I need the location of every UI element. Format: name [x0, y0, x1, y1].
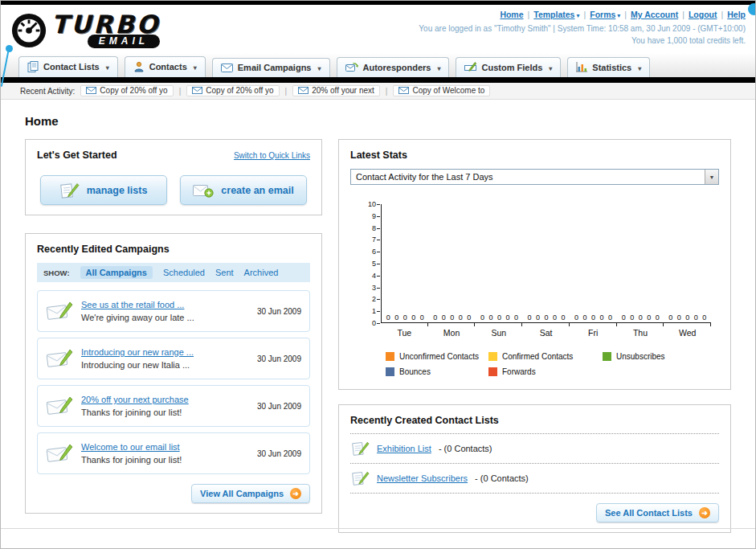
recent-activity-text: 20% off your next: [312, 86, 374, 95]
latest-stats-panel: Latest Stats Contact Activity for the La…: [338, 139, 731, 390]
legend-item: Confirmed Contacts: [488, 352, 603, 361]
recent-campaigns-panel: Recently Edited Campaigns SHOW: All Camp…: [25, 233, 322, 514]
tab-contacts[interactable]: Contacts: [125, 56, 206, 77]
y-axis-tick-label: 10: [363, 201, 381, 207]
campaign-title-link[interactable]: See us at the retail food ...: [81, 300, 249, 309]
logo-text-turbo: TURBO: [51, 13, 160, 36]
envelope-plus-icon: [193, 182, 214, 199]
contact-list-item: Newsletter Subscribers - (0 Contacts): [350, 464, 719, 494]
campaign-title-link[interactable]: Introducing our new range ...: [81, 347, 249, 357]
campaigns-title: Recently Edited Campaigns: [37, 244, 310, 255]
contact-activity-chart: 109876543210 0 0 0 0 00 0 0 0 00 0 0 0 0…: [350, 201, 719, 338]
nav-link-templates[interactable]: Templates: [533, 10, 574, 19]
campaign-subtitle: Introducing our new Italia ...: [81, 360, 249, 370]
chart-values-group: 0 0 0 0 0: [476, 313, 523, 322]
logo-text: TURBO EMAIL: [51, 13, 160, 47]
button-label: View All Campaigns: [200, 489, 284, 498]
envelope-icon: [298, 87, 309, 94]
campaign-filter-bar: SHOW: All Campaigns Scheduled Sent Archi…: [37, 263, 310, 282]
main-nav-tabs: Contact Lists Contacts Email Campaigns A…: [1, 53, 755, 77]
nav-link-forms[interactable]: Forms: [590, 10, 615, 19]
chart-values-group: 0 0 0 0 0: [570, 313, 617, 322]
campaign-title-link[interactable]: 20% off your next purchase: [81, 395, 249, 404]
view-all-campaigns-button[interactable]: View All Campaigns: [191, 484, 310, 503]
chart-values-group: 0 0 0 0 0: [664, 313, 711, 322]
legend-item: Unsubscribes: [603, 352, 719, 361]
nav-link-help[interactable]: Help: [727, 10, 746, 19]
nav-item-forms: Forms: [590, 10, 631, 19]
arrow-right-icon: [290, 488, 301, 499]
recent-activity-item[interactable]: Copy of 20% off yo: [186, 85, 279, 96]
y-axis-tick-label: 8: [363, 225, 381, 231]
arrow-right-icon: [699, 507, 710, 518]
envelope-icon: [86, 87, 96, 94]
chart-plot-area: 0 0 0 0 00 0 0 0 00 0 0 0 00 0 0 0 00 0 …: [381, 204, 711, 338]
contact-list-count: - (0 Contacts): [439, 444, 492, 453]
separator: [179, 87, 182, 96]
y-axis-tick-label: 7: [363, 236, 381, 243]
campaign-subtitle: Thanks for joining our list!: [81, 455, 249, 465]
legend-item: Bounces: [386, 367, 488, 376]
session-info: You are logged in as "Timothy Smith" | S…: [419, 23, 746, 35]
button-label: manage lists: [87, 185, 148, 196]
tab-label: Autoresponders: [363, 63, 431, 72]
x-axis-label: Tue: [381, 328, 428, 338]
filter-scheduled[interactable]: Scheduled: [163, 268, 205, 277]
nav-link-logout[interactable]: Logout: [689, 10, 717, 19]
recent-activity-item[interactable]: Copy of 20% off yo: [80, 85, 173, 96]
tab-email-campaigns[interactable]: Email Campaigns: [212, 58, 330, 77]
chevron-down-icon: [574, 10, 579, 19]
left-column: Let's Get Started Switch to Quick Links …: [25, 139, 322, 514]
tab-statistics[interactable]: Statistics: [567, 57, 650, 77]
recent-activity-text: Copy of 20% off yo: [100, 86, 167, 95]
speedometer-icon: [10, 12, 47, 49]
manage-lists-button[interactable]: manage lists: [40, 175, 167, 205]
campaign-row[interactable]: Welcome to our email list Thanks for joi…: [37, 432, 310, 474]
filter-archived[interactable]: Archived: [244, 268, 279, 277]
campaign-title-link[interactable]: Welcome to our email list: [81, 442, 249, 452]
y-axis-tick-label: 1: [363, 308, 381, 314]
x-axis-label: Sun: [475, 328, 522, 338]
tab-label: Statistics: [592, 63, 631, 72]
chart-y-axis: 109876543210: [363, 201, 381, 326]
credits-info: You have 1,000 total credits left.: [419, 35, 746, 47]
chevron-down-icon: [104, 62, 109, 72]
chart-plot: 0 0 0 0 00 0 0 0 00 0 0 0 00 0 0 0 00 0 …: [381, 204, 711, 323]
contact-list-link[interactable]: Exhibition List: [377, 444, 431, 453]
header: TURBO EMAIL HomeTemplatesFormsMy Account…: [1, 5, 755, 53]
campaign-date: 30 Jun 2009: [257, 449, 301, 458]
tab-contact-lists[interactable]: Contact Lists: [18, 56, 118, 77]
tab-label: Custom Fields: [481, 63, 542, 72]
pencil-paper-icon: [352, 440, 370, 457]
y-axis-tick-label: 3: [363, 285, 381, 291]
dropdown-arrow-icon: [705, 170, 718, 184]
nav-item-home: Home: [500, 10, 533, 19]
person-icon: [133, 61, 145, 72]
tab-autoresponders[interactable]: Autoresponders: [337, 57, 450, 77]
tab-custom-fields[interactable]: Custom Fields: [456, 57, 561, 77]
get-started-panel: Let's Get Started Switch to Quick Links …: [25, 139, 322, 215]
header-right: HomeTemplatesFormsMy AccountLogoutHelp Y…: [419, 8, 746, 53]
contact-list-count: - (0 Contacts): [475, 473, 529, 483]
chevron-down-icon: [547, 63, 552, 72]
contact-list-link[interactable]: Newsletter Subscribers: [377, 473, 468, 483]
stats-title: Latest Stats: [350, 150, 719, 161]
tab-label: Contact Lists: [43, 62, 100, 72]
nav-link-home[interactable]: Home: [500, 10, 523, 19]
stats-range-select[interactable]: Contact Activity for the Last 7 Days: [350, 169, 719, 185]
campaign-row[interactable]: Introducing our new range ... Introducin…: [37, 338, 310, 379]
campaign-row[interactable]: See us at the retail food ... We're givi…: [37, 290, 310, 332]
create-email-button[interactable]: create an email: [180, 175, 307, 205]
filter-sent[interactable]: Sent: [215, 268, 234, 277]
nav-link-my-account[interactable]: My Account: [631, 10, 678, 19]
nav-item-help: Help: [727, 10, 746, 19]
campaign-row[interactable]: 20% off your next purchase Thanks for jo…: [37, 385, 310, 427]
recent-activity-item[interactable]: 20% off your next: [292, 85, 380, 96]
recent-activity-item[interactable]: Copy of Welcome to: [393, 85, 490, 96]
filter-all-campaigns[interactable]: All Campaigns: [80, 266, 153, 279]
select-value: Contact Activity for the Last 7 Days: [356, 172, 493, 182]
see-all-contact-lists-button[interactable]: See All Contact Lists: [596, 503, 719, 522]
logo: TURBO EMAIL: [10, 8, 160, 53]
campaign-date: 30 Jun 2009: [257, 307, 301, 316]
switch-quick-links-link[interactable]: Switch to Quick Links: [234, 151, 310, 160]
